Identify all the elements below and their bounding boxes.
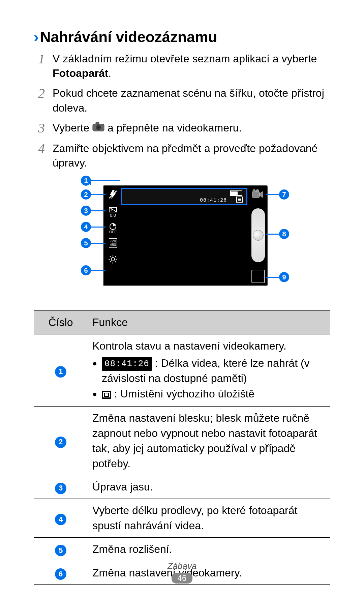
callout-badge-6: 6 — [81, 265, 91, 275]
timer-value: OFF — [109, 230, 117, 234]
heading-text: Nahrávání videozáznamu — [40, 29, 217, 46]
callout-line — [266, 277, 280, 278]
svg-marker-21 — [260, 191, 263, 198]
svg-line-16 — [110, 256, 111, 257]
storage-icon — [236, 197, 243, 203]
svg-point-3 — [97, 126, 99, 128]
recording-time: 08:41:26 — [200, 198, 227, 203]
step-number: 4 — [34, 141, 49, 156]
step-body: V základním režimu otevřete seznam aplik… — [53, 52, 330, 81]
table-row: 1 Kontrola stavu a nastavení videokamery… — [34, 334, 330, 407]
page-number: 46 — [172, 573, 193, 584]
callout-badge-7: 7 — [279, 189, 289, 200]
slider-knob — [253, 230, 264, 241]
callout-badge-5: 5 — [81, 238, 91, 248]
gear-icon — [107, 253, 119, 266]
section-heading: › Nahrávání videozáznamu — [34, 29, 330, 46]
mode-selector — [251, 270, 265, 283]
callout-line — [90, 194, 105, 195]
left-toolbar: +- 0.0 OFF 720480 — [107, 188, 119, 266]
row-badge: 1 — [55, 366, 66, 378]
row-badge: 2 — [55, 437, 66, 448]
step-number: 1 — [34, 52, 49, 66]
section-label: Zábava — [0, 561, 364, 571]
manual-page: › Nahrávání videozáznamu 1 V základním r… — [0, 0, 364, 597]
callout-line — [90, 180, 120, 181]
callout-badge-3: 3 — [81, 206, 91, 216]
ev-value: 0.0 — [110, 213, 116, 218]
callout-badge-2: 2 — [81, 189, 91, 200]
svg-rect-20 — [252, 191, 260, 198]
table-row: 2 Změna nastavení blesku; blesk můžete r… — [34, 407, 330, 475]
step-body: Vyberte a přepněte na videokameru. — [53, 121, 330, 136]
callout-line — [266, 234, 280, 235]
flash-icon — [107, 188, 119, 201]
time-badge: 08:41:26 — [102, 357, 152, 370]
row-desc: Změna rozlišení. — [88, 537, 330, 561]
timer-icon: OFF — [107, 220, 119, 233]
page-footer: Zábava 46 — [0, 561, 364, 584]
callout-badge-1: 1 — [81, 176, 91, 186]
callout-line — [90, 243, 105, 244]
camcorder-diagram: 1 08:41:26 +- 0.0 OFF — [54, 176, 310, 300]
step-1: 1 V základním režimu otevřete seznam apl… — [34, 52, 330, 81]
svg-text:+: + — [111, 208, 113, 212]
chevron-icon: › — [34, 30, 39, 44]
table-row: 5 Změna rozlišení. — [34, 537, 330, 561]
row-desc: Kontrola stavu a nastavení videokamery. … — [88, 334, 330, 407]
svg-point-22 — [253, 189, 255, 192]
step-3: 3 Vyberte a přepněte na videokameru. — [34, 121, 330, 136]
callout-line — [90, 227, 105, 228]
callout-line — [90, 210, 105, 211]
bullet-list: 08:41:26 : Délka videa, které lze nahrát… — [92, 356, 326, 401]
row-badge: 5 — [55, 545, 66, 556]
function-table: Číslo Funkce 1 Kontrola stavu a nastaven… — [34, 310, 330, 585]
svg-line-19 — [115, 256, 116, 257]
app-name: Fotoaparát — [53, 67, 108, 79]
callout-badge-4: 4 — [81, 222, 91, 232]
step-body: Zamiřte objektivem na předmět a proveďte… — [53, 141, 330, 170]
row-desc: Změna nastavení blesku; blesk můžete ruč… — [88, 407, 330, 475]
svg-line-18 — [110, 261, 111, 262]
step-number: 2 — [34, 86, 49, 101]
svg-point-23 — [256, 189, 259, 192]
table-header: Číslo Funkce — [34, 311, 330, 334]
table-row: 4 Vyberte délku prodlevy, po které fotoa… — [34, 499, 330, 538]
callout-badge-8: 8 — [279, 229, 289, 239]
callout-line — [90, 270, 105, 271]
row-desc: Úprava jasu. — [88, 475, 330, 499]
step-number: 3 — [34, 121, 49, 136]
step-4: 4 Zamiřte objektivem na předmět a proveď… — [34, 141, 330, 170]
resolution-icon: 720480 — [107, 237, 119, 249]
storage-badge-icon — [102, 391, 111, 399]
camera-icon — [92, 121, 104, 135]
header-function: Funkce — [88, 311, 330, 334]
camera-viewfinder: 08:41:26 +- 0.0 OFF 720480 — [103, 185, 268, 286]
exposure-icon: +- 0.0 — [107, 204, 119, 217]
svg-rect-1 — [96, 122, 99, 124]
list-item: : Umístění výchozího úložiště — [102, 386, 326, 401]
callout-line — [266, 194, 280, 195]
svg-text:-: - — [114, 208, 115, 212]
status-bar: 08:41:26 — [121, 188, 247, 205]
step-body: Pokud chcete zaznamenat scénu na šířku, … — [53, 86, 330, 115]
callout-badge-9: 9 — [279, 272, 289, 282]
row-main-text: Kontrola stavu a nastavení videokamery. — [92, 340, 286, 352]
row-desc: Vyberte délku prodlevy, po které fotoapa… — [88, 499, 330, 538]
row-badge: 3 — [55, 483, 66, 494]
table-row: 3 Úprava jasu. — [34, 475, 330, 499]
bullet-text: : Umístění výchozího úložiště — [111, 388, 254, 400]
list-item: 08:41:26 : Délka videa, které lze nahrát… — [102, 356, 326, 386]
header-number: Číslo — [34, 311, 88, 334]
battery-icon — [230, 190, 242, 196]
step-text: . — [108, 67, 111, 79]
step-text: Vyberte — [53, 122, 92, 134]
zoom-slider — [251, 208, 265, 262]
svg-line-17 — [115, 261, 116, 262]
svg-point-11 — [111, 258, 115, 261]
step-text: V základním režimu otevřete seznam aplik… — [53, 53, 317, 65]
step-2: 2 Pokud chcete zaznamenat scénu na šířku… — [34, 86, 330, 115]
row-badge: 4 — [55, 514, 66, 525]
camcorder-mode-icon — [251, 189, 264, 200]
step-text: a přepněte na videokameru. — [108, 122, 242, 134]
